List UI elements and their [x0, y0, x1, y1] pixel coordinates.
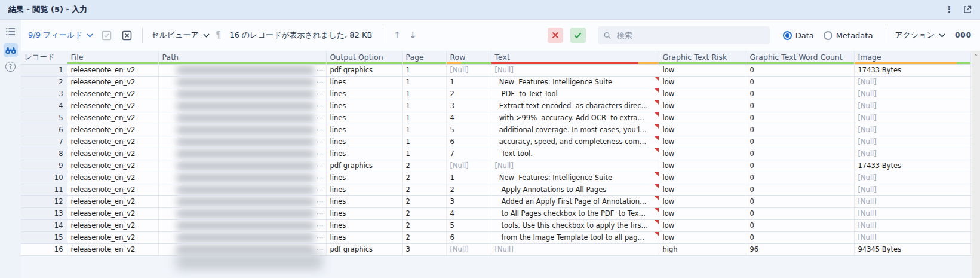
- cell-text[interactable]: New Features: Intelligence Suite: [491, 76, 659, 88]
- column-header-image[interactable]: Image: [854, 51, 970, 64]
- kebab-menu-icon[interactable]: ⋮: [945, 5, 954, 14]
- cell-text[interactable]: Text tool.: [491, 148, 659, 160]
- cell-image[interactable]: [Null]: [854, 100, 970, 112]
- radio-metadata[interactable]: Metadata: [824, 31, 873, 40]
- cell-count[interactable]: 0: [746, 148, 854, 160]
- cell-row[interactable]: 6: [446, 136, 491, 148]
- help-icon[interactable]: ?: [5, 62, 16, 72]
- cell-path[interactable]: ⋯: [158, 160, 326, 172]
- cell-file[interactable]: releasenote_en_v2: [67, 64, 158, 76]
- cell-count[interactable]: 96: [746, 243, 854, 255]
- cell-page[interactable]: 2: [402, 160, 446, 172]
- cell-risk[interactable]: low: [659, 195, 746, 207]
- cell-file[interactable]: releasenote_en_v2: [67, 231, 158, 243]
- cell-file[interactable]: releasenote_en_v2: [67, 88, 158, 100]
- cell-text[interactable]: with >99% accuracy. Add OCR to extra…: [491, 112, 659, 124]
- cell-risk[interactable]: low: [659, 184, 746, 195]
- cell-output[interactable]: lines: [326, 136, 402, 148]
- cell-row[interactable]: [Null]: [446, 64, 491, 76]
- cell-count[interactable]: 0: [746, 184, 854, 195]
- cell-output[interactable]: lines: [326, 88, 402, 100]
- cell-text[interactable]: Added an Apply First Page of Annotation…: [491, 195, 659, 207]
- cell-row[interactable]: 2: [446, 88, 491, 100]
- cell-output[interactable]: lines: [326, 100, 402, 112]
- cell-risk[interactable]: high: [659, 243, 746, 255]
- cell-path[interactable]: ⋯: [158, 136, 326, 148]
- open-in-new-window-icon[interactable]: [963, 5, 972, 14]
- cell-count[interactable]: 0: [746, 88, 854, 100]
- cell-output[interactable]: lines: [326, 231, 402, 243]
- cell-output[interactable]: lines: [326, 112, 402, 124]
- cell-risk[interactable]: low: [659, 160, 746, 172]
- cell-risk[interactable]: low: [659, 231, 746, 243]
- cell-record[interactable]: 16: [21, 243, 67, 255]
- cell-file[interactable]: releasenote_en_v2: [67, 160, 158, 172]
- cell-file[interactable]: releasenote_en_v2: [67, 76, 158, 88]
- cell-count[interactable]: 0: [746, 219, 854, 231]
- cell-image[interactable]: [Null]: [854, 148, 970, 160]
- cell-page[interactable]: 2: [402, 195, 446, 207]
- cell-text[interactable]: New Features: Intelligence Suite: [491, 172, 659, 184]
- cell-count[interactable]: 0: [746, 195, 854, 207]
- cell-path[interactable]: ⋯: [158, 76, 326, 88]
- cell-record[interactable]: 9: [21, 160, 67, 172]
- column-header-risk[interactable]: Graphic Text Risk: [659, 51, 746, 64]
- vertical-scrollbar[interactable]: ⌃: [972, 51, 980, 278]
- search-input[interactable]: [616, 30, 764, 41]
- cell-record[interactable]: 1: [21, 64, 67, 76]
- cell-row[interactable]: 3: [446, 100, 491, 112]
- cell-file[interactable]: releasenote_en_v2: [67, 124, 158, 136]
- cell-text[interactable]: to All Pages checkbox to the PDF to Tex…: [491, 207, 659, 219]
- cell-image[interactable]: [Null]: [854, 219, 970, 231]
- cell-risk[interactable]: low: [659, 124, 746, 136]
- cell-output[interactable]: lines: [326, 76, 402, 88]
- cell-text[interactable]: [Null]: [491, 64, 659, 76]
- column-header-page[interactable]: Page: [402, 51, 446, 64]
- cell-page[interactable]: 2: [402, 172, 446, 184]
- cell-risk[interactable]: low: [659, 88, 746, 100]
- cell-output[interactable]: lines: [326, 184, 402, 195]
- cell-file[interactable]: releasenote_en_v2: [67, 172, 158, 184]
- cell-count[interactable]: 0: [746, 100, 854, 112]
- column-header-count[interactable]: Graphic Text Word Count: [746, 51, 854, 64]
- cell-output[interactable]: lines: [326, 148, 402, 160]
- cell-page[interactable]: 2: [402, 231, 446, 243]
- cell-output[interactable]: pdf graphics: [326, 243, 402, 255]
- cell-path[interactable]: ⋯: [158, 219, 326, 231]
- metadata-list-icon[interactable]: [4, 25, 18, 39]
- cell-page[interactable]: 2: [402, 219, 446, 231]
- cell-image[interactable]: 94345 Bytes: [854, 243, 970, 255]
- check-mark-button[interactable]: [570, 28, 586, 43]
- cell-risk[interactable]: low: [659, 112, 746, 124]
- browse-binoculars-icon[interactable]: [4, 43, 18, 57]
- cell-row[interactable]: [Null]: [446, 243, 491, 255]
- cell-record[interactable]: 14: [21, 219, 67, 231]
- cell-text[interactable]: from the Image Template tool to all pag…: [491, 231, 659, 243]
- cell-row[interactable]: 4: [446, 112, 491, 124]
- down-arrow-button[interactable]: ↓: [408, 30, 418, 41]
- cell-risk[interactable]: low: [659, 76, 746, 88]
- cell-output[interactable]: lines: [326, 219, 402, 231]
- cell-record[interactable]: 5: [21, 112, 67, 124]
- column-header-path[interactable]: Path: [158, 51, 326, 64]
- cell-count[interactable]: 0: [746, 124, 854, 136]
- cell-record[interactable]: 11: [21, 184, 67, 195]
- cell-record[interactable]: 3: [21, 88, 67, 100]
- cell-row[interactable]: 1: [446, 76, 491, 88]
- cell-row[interactable]: 5: [446, 124, 491, 136]
- cell-path[interactable]: ⋯: [158, 195, 326, 207]
- column-header-output[interactable]: Output Option: [326, 51, 402, 64]
- cell-risk[interactable]: low: [659, 100, 746, 112]
- cell-page[interactable]: 2: [402, 184, 446, 195]
- cell-output[interactable]: pdf graphics: [326, 160, 402, 172]
- pilcrow-icon[interactable]: ¶: [216, 30, 222, 41]
- cell-file[interactable]: releasenote_en_v2: [67, 148, 158, 160]
- up-arrow-button[interactable]: ↑: [392, 30, 402, 41]
- cell-page[interactable]: 1: [402, 124, 446, 136]
- x-mark-button[interactable]: [548, 28, 563, 43]
- cell-text[interactable]: Extract text encoded as characters direc…: [491, 100, 659, 112]
- scrollbar-up-caret-icon[interactable]: ⌃: [973, 53, 978, 278]
- cell-path[interactable]: ⋯: [158, 172, 326, 184]
- cell-count[interactable]: 0: [746, 160, 854, 172]
- cell-page[interactable]: 1: [402, 148, 446, 160]
